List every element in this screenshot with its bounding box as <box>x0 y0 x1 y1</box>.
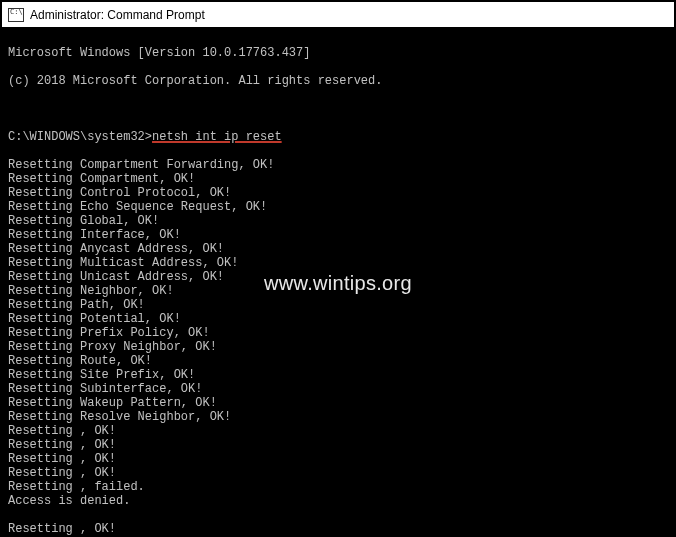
terminal-output-line: Resetting Anycast Address, OK! <box>8 242 668 256</box>
terminal-output-line: Resetting Unicast Address, OK! <box>8 270 668 284</box>
terminal-output-line: Resetting , OK! <box>8 466 668 480</box>
typed-command: netsh int ip reset <box>152 130 282 144</box>
terminal-output-line: Resetting Site Prefix, OK! <box>8 368 668 382</box>
terminal-output-line: Resetting , OK! <box>8 438 668 452</box>
terminal-output-line: Resetting Subinterface, OK! <box>8 382 668 396</box>
terminal-output-line: Resetting Route, OK! <box>8 354 668 368</box>
terminal-prompt-line: C:\WINDOWS\system32>netsh int ip reset <box>8 130 668 144</box>
terminal-output-line: Resetting Global, OK! <box>8 214 668 228</box>
terminal-output-line: Resetting Echo Sequence Request, OK! <box>8 200 668 214</box>
terminal-output-line: Resetting Multicast Address, OK! <box>8 256 668 270</box>
cmd-icon: C:\ <box>8 8 24 22</box>
window-title: Administrator: Command Prompt <box>30 8 205 22</box>
terminal-output-line: Resetting Proxy Neighbor, OK! <box>8 340 668 354</box>
terminal-output-line: Resetting , failed. <box>8 480 668 494</box>
terminal-output-line <box>8 508 668 522</box>
terminal-output-line: Resetting Potential, OK! <box>8 312 668 326</box>
terminal-output-line: Resetting , OK! <box>8 424 668 438</box>
terminal-blank <box>8 102 668 116</box>
titlebar[interactable]: C:\ Administrator: Command Prompt <box>2 2 674 28</box>
terminal-output-line: Resetting Compartment, OK! <box>8 172 668 186</box>
terminal-output-line: Resetting Prefix Policy, OK! <box>8 326 668 340</box>
terminal-output-line: Resetting Path, OK! <box>8 298 668 312</box>
terminal-output-line: Resetting , OK! <box>8 522 668 535</box>
terminal-output-line: Resetting Resolve Neighbor, OK! <box>8 410 668 424</box>
prompt-path: C:\WINDOWS\system32> <box>8 130 152 144</box>
terminal-header-line: (c) 2018 Microsoft Corporation. All righ… <box>8 74 668 88</box>
terminal-output-line: Resetting Compartment Forwarding, OK! <box>8 158 668 172</box>
terminal-output-line: Resetting Wakeup Pattern, OK! <box>8 396 668 410</box>
terminal-output-line: Resetting Control Protocol, OK! <box>8 186 668 200</box>
terminal-output-line: Resetting , OK! <box>8 452 668 466</box>
terminal-output-line: Access is denied. <box>8 494 668 508</box>
terminal-body[interactable]: Microsoft Windows [Version 10.0.17763.43… <box>2 28 674 535</box>
terminal-output: Resetting Compartment Forwarding, OK!Res… <box>8 158 668 535</box>
terminal-output-line: Resetting Interface, OK! <box>8 228 668 242</box>
terminal-header-line: Microsoft Windows [Version 10.0.17763.43… <box>8 46 668 60</box>
terminal-output-line: Resetting Neighbor, OK! <box>8 284 668 298</box>
